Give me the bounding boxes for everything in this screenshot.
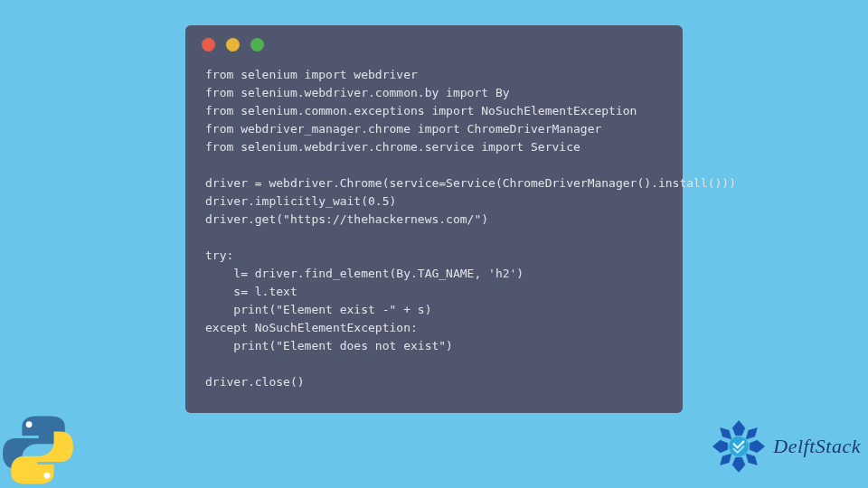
code-block: from selenium import webdriver from sele…	[185, 61, 683, 399]
close-icon	[202, 38, 215, 52]
python-logo-icon	[0, 412, 76, 488]
minimize-icon	[226, 38, 240, 52]
svg-point-0	[26, 421, 33, 427]
delftstack-logo-icon	[708, 416, 769, 477]
brand-footer: DelftStack	[708, 416, 861, 477]
brand-name: DelftStack	[773, 435, 861, 458]
maximize-icon	[250, 38, 264, 52]
traffic-lights	[185, 25, 683, 61]
code-window: from selenium import webdriver from sele…	[185, 25, 683, 413]
svg-point-1	[43, 473, 50, 479]
